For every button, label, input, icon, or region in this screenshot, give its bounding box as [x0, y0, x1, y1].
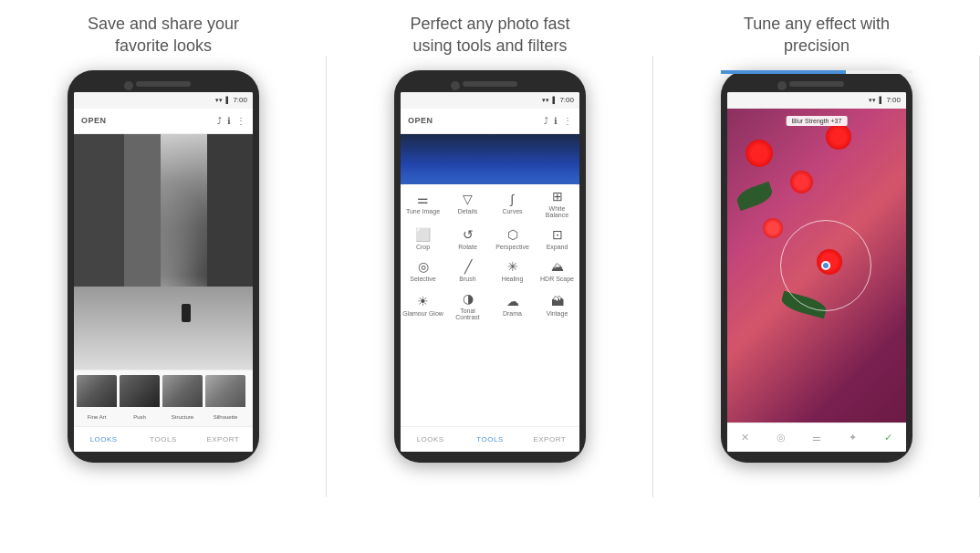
nav-tools-2[interactable]: TOOLS: [460, 427, 519, 452]
selection-dot[interactable]: [821, 261, 830, 270]
hdr-label: HDR Scape: [540, 276, 574, 282]
curves-icon: ∫: [511, 193, 515, 205]
info-icon-1[interactable]: ℹ: [227, 116, 231, 126]
look-silhouette-thumb: [205, 375, 245, 407]
crop-icon: ⬜: [415, 228, 431, 241]
look-structure-thumb: [162, 375, 203, 407]
nav-looks-2[interactable]: LOOKS: [401, 427, 460, 452]
look-silhouette-label: Silhouette: [205, 414, 245, 420]
tool-crop[interactable]: ⬜ Crop: [401, 223, 445, 255]
tool-healing[interactable]: ✳ Healing: [490, 255, 535, 287]
open-button-2[interactable]: OPEN: [408, 116, 433, 125]
selection-circle[interactable]: [780, 220, 871, 311]
panel-looks: Save and share your favorite looks ▾▾ ▌ …: [0, 0, 327, 553]
building-left: [74, 134, 124, 299]
perspective-label: Perspective: [495, 244, 529, 250]
tool-hdr[interactable]: ⛰ HDR Scape: [535, 255, 579, 287]
selective-icon: ◎: [418, 260, 429, 273]
white-balance-label: White Balance: [537, 205, 578, 218]
more-icon-2[interactable]: ⋮: [563, 116, 572, 126]
share-icon-1[interactable]: ⤴: [217, 116, 222, 126]
tool-glamour[interactable]: ☀ Glamour Glow: [401, 287, 445, 325]
panel-1-title-line1: Save and share your: [88, 15, 239, 33]
leaf-1: [735, 181, 775, 210]
phone-1: ▾▾ ▌ 7:00 OPEN ⤴ ℹ ⋮: [68, 70, 259, 463]
app-bar-2: OPEN ⤴ ℹ ⋮: [401, 109, 579, 134]
wifi-icon-1: ▾▾: [215, 97, 223, 104]
nav-export-2[interactable]: EXPORT: [520, 427, 579, 452]
tune-image-icon: ⚌: [417, 193, 429, 205]
details-label: Details: [458, 208, 477, 214]
phone-2-screen: ▾▾ ▌ 7:00 OPEN ⤴ ℹ ⋮ ⚌: [401, 92, 579, 452]
share-icon-2[interactable]: ⤴: [544, 116, 548, 126]
open-button-1[interactable]: OPEN: [81, 116, 107, 125]
status-bar-1: ▾▾ ▌ 7:00: [74, 92, 253, 109]
look-push[interactable]: Push: [120, 375, 160, 421]
brush-icon: ╱: [464, 260, 472, 273]
nav-export-1[interactable]: EXPORT: [193, 427, 253, 452]
phone-2-speaker: [463, 81, 517, 87]
selective-edit-icon[interactable]: ◎: [777, 432, 786, 443]
bottom-nav-2: LOOKS TOOLS EXPORT: [401, 426, 579, 452]
tool-white-balance[interactable]: ⊞ White Balance: [535, 184, 579, 223]
flower-photo: Blur Strength +37: [727, 109, 906, 423]
nav-tools-1[interactable]: TOOLS: [133, 427, 193, 452]
blur-label: Blur Strength +37: [787, 116, 848, 126]
confirm-icon[interactable]: ✓: [884, 432, 892, 443]
phone-1-screen: ▾▾ ▌ 7:00 OPEN ⤴ ℹ ⋮: [74, 92, 253, 452]
phone-3-screen: ▾▾ ▌ 7:00: [727, 92, 906, 452]
cancel-icon[interactable]: ✕: [741, 432, 749, 443]
tool-vintage[interactable]: 🏔 Vintage: [535, 287, 579, 325]
figure: [182, 304, 191, 322]
tool-details[interactable]: ▽ Details: [445, 184, 490, 223]
panel-3-title-line1: Tune any effect with: [744, 15, 890, 33]
more-icon-1[interactable]: ⋮: [236, 116, 245, 126]
info-icon-2[interactable]: ℹ: [554, 116, 558, 126]
wifi-icon-2: ▾▾: [542, 97, 549, 104]
time-2: 7:00: [559, 96, 574, 104]
tool-selective[interactable]: ◎ Selective: [401, 255, 445, 287]
tool-rotate[interactable]: ↺ Rotate: [445, 223, 490, 255]
tune-icon[interactable]: ⚌: [812, 432, 821, 443]
mask-icon[interactable]: ✦: [849, 432, 857, 443]
glamour-label: Glamour Glow: [402, 310, 443, 317]
crop-label: Crop: [416, 244, 430, 250]
look-fineart-thumb: [77, 375, 117, 407]
drama-label: Drama: [503, 310, 522, 317]
look-structure[interactable]: Structure: [162, 375, 203, 421]
looks-strip[interactable]: Fine Art Push Structure Silhouette +: [74, 370, 253, 426]
battery-icon-2: ▌: [552, 97, 557, 103]
tool-expand[interactable]: ⊡ Expand: [535, 223, 579, 255]
healing-icon: ✳: [507, 260, 518, 273]
look-push-thumb: [120, 375, 160, 407]
look-fineart[interactable]: Fine Art: [77, 375, 117, 421]
wifi-icon-3: ▾▾: [869, 97, 876, 104]
panel-1-title-line2: favorite looks: [115, 37, 212, 55]
tool-brush[interactable]: ╱ Brush: [445, 255, 490, 287]
selective-label: Selective: [410, 276, 435, 282]
look-add[interactable]: +: [248, 375, 253, 421]
flower-1: [745, 140, 773, 167]
edit-bottom-bar: ✕ ◎ ⚌ ✦ ✓: [727, 423, 906, 452]
details-icon: ▽: [463, 193, 473, 205]
status-bar-2: ▾▾ ▌ 7:00: [401, 92, 579, 109]
white-balance-icon: ⊞: [552, 190, 563, 203]
building-right: [207, 134, 253, 287]
nav-looks-1[interactable]: LOOKS: [74, 427, 133, 452]
battery-icon-3: ▌: [879, 97, 883, 103]
status-bar-3: ▾▾ ▌ 7:00: [727, 92, 906, 109]
drama-icon: ☁: [506, 295, 519, 308]
tonal-label: Tonal Contrast: [447, 308, 488, 320]
app-bar-icons-1: ⤴ ℹ ⋮: [217, 116, 245, 126]
tool-tonal[interactable]: ◑ Tonal Contrast: [445, 287, 490, 325]
tool-tune-image[interactable]: ⚌ Tune Image: [401, 184, 445, 223]
flower-4: [763, 218, 783, 238]
tool-perspective[interactable]: ⬡ Perspective: [490, 223, 535, 255]
tool-curves[interactable]: ∫ Curves: [490, 184, 535, 223]
photo-area-1: [74, 134, 253, 370]
phone-2-camera: [451, 81, 460, 90]
tool-drama[interactable]: ☁ Drama: [490, 287, 535, 325]
look-push-label: Push: [120, 414, 160, 420]
look-silhouette[interactable]: Silhouette: [205, 375, 245, 421]
panel-3-title: Tune any effect with precision: [744, 13, 890, 57]
